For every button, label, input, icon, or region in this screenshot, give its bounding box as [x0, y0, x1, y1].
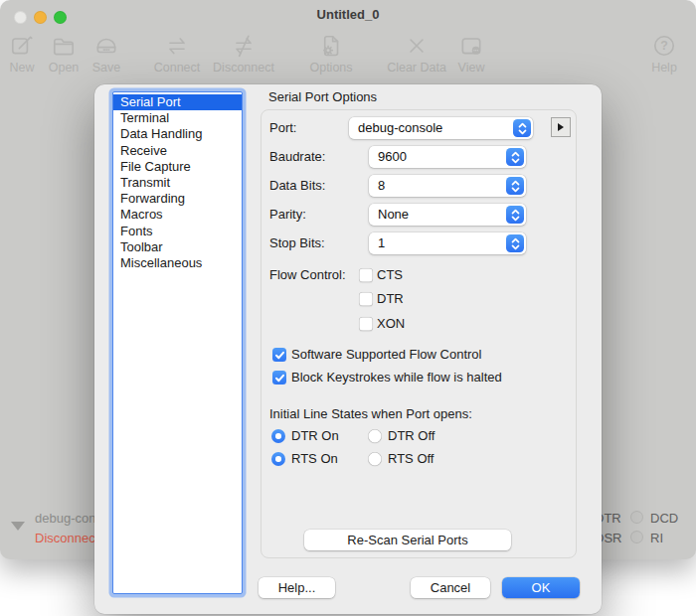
dcd-indicator-dot — [630, 511, 643, 524]
help-button[interactable]: Help... — [259, 577, 335, 598]
cts-checkbox-label: CTS — [377, 267, 403, 282]
rescan-serial-ports-button[interactable]: Re-Scan Serial Ports — [304, 530, 511, 550]
connection-options-dialog: Serial Port Terminal Data Handling Recei… — [94, 84, 602, 614]
stop-bits-label: Stop Bits: — [269, 235, 325, 250]
baudrate-popup[interactable]: 9600 — [369, 146, 526, 168]
data-bits-popup[interactable]: 8 — [369, 175, 526, 197]
svg-text:?: ? — [660, 39, 668, 53]
view-window-icon — [458, 33, 484, 59]
toolbar-button-disconnect[interactable]: Disconnect — [206, 33, 281, 75]
radio-dot — [275, 456, 281, 462]
panel-title: Serial Port Options — [268, 89, 377, 104]
toolbar-button-view[interactable]: View — [434, 33, 509, 75]
disconnect-arrows-icon — [231, 33, 257, 59]
popup-chevrons-icon — [506, 148, 524, 166]
initial-line-states-label: Initial Line States when Port opens: — [269, 406, 472, 421]
parity-popup[interactable]: None — [369, 204, 526, 226]
dtr-checkbox-label: DTR — [377, 291, 404, 306]
ri-indicator-dot — [630, 531, 643, 543]
dtr-checkbox[interactable] — [359, 292, 373, 306]
list-item-transmit[interactable]: Transmit — [113, 175, 242, 191]
save-drive-icon — [93, 33, 119, 59]
cancel-button[interactable]: Cancel — [411, 577, 490, 598]
ok-button[interactable]: OK — [502, 577, 580, 598]
dtr-on-radio-label: DTR On — [291, 428, 339, 443]
indicator-label-ri: RI — [650, 531, 663, 545]
list-item-macros[interactable]: Macros — [113, 207, 242, 223]
toolbar-label: Connect — [154, 61, 201, 75]
xon-checkbox-label: XON — [377, 316, 405, 331]
connect-arrows-icon — [164, 33, 190, 59]
software-flow-label: Software Supported Flow Control — [291, 347, 481, 362]
list-item-file-capture[interactable]: File Capture — [113, 159, 242, 175]
status-disclosure-triangle-icon[interactable] — [11, 522, 25, 531]
popup-chevrons-icon — [506, 206, 524, 224]
cts-checkbox[interactable] — [359, 268, 373, 282]
baudrate-label: Baudrate: — [269, 149, 325, 164]
data-bits-popup-value: 8 — [378, 175, 385, 197]
dtr-off-radio-label: DTR Off — [388, 428, 435, 443]
software-flow-checkbox[interactable] — [272, 348, 286, 362]
flow-control-label: Flow Control: — [269, 267, 346, 282]
list-item-fonts[interactable]: Fonts — [113, 224, 242, 239]
right-arrow-icon — [558, 123, 564, 131]
dtr-on-radio[interactable] — [271, 429, 285, 443]
serial-port-options-group: Port: debug-console Baudrate: 9600 Data … — [261, 109, 577, 558]
list-item-serial-port[interactable]: Serial Port — [113, 94, 242, 110]
toolbar-label: Options — [309, 61, 352, 75]
popup-chevrons-icon — [506, 177, 524, 195]
popup-chevrons-icon — [506, 234, 524, 252]
toolbar-label: Save — [92, 61, 121, 75]
rts-off-radio[interactable] — [368, 452, 382, 466]
list-item-data-handling[interactable]: Data Handling — [113, 126, 242, 142]
toolbar-label: Help — [651, 61, 677, 75]
checkmark-icon — [274, 350, 285, 361]
help-question-icon: ? — [651, 33, 677, 59]
toolbar-button-connect[interactable]: Connect — [139, 33, 215, 75]
list-item-forwarding[interactable]: Forwarding — [113, 191, 242, 207]
toolbar-button-save[interactable]: Save — [69, 33, 144, 75]
window-title: Untitled_0 — [0, 7, 696, 22]
options-gear-document-icon — [318, 33, 344, 59]
toolbar-label: Disconnect — [213, 61, 274, 75]
rts-on-radio-label: RTS On — [291, 451, 338, 466]
rts-on-radio[interactable] — [271, 452, 285, 466]
popup-chevrons-icon — [513, 119, 531, 137]
baudrate-popup-value: 9600 — [378, 146, 407, 168]
port-popup-value: debug-console — [358, 117, 442, 139]
category-list: Serial Port Terminal Data Handling Recei… — [112, 91, 243, 594]
clear-data-x-icon — [404, 33, 430, 59]
list-item-receive[interactable]: Receive — [113, 143, 242, 159]
port-details-button[interactable] — [551, 117, 571, 137]
toolbar-button-options[interactable]: Options — [293, 33, 369, 75]
rts-off-radio-label: RTS Off — [388, 451, 434, 466]
checkmark-icon — [274, 373, 285, 384]
data-bits-label: Data Bits: — [269, 178, 325, 193]
radio-dot — [275, 433, 281, 439]
block-keystrokes-checkbox[interactable] — [272, 371, 286, 385]
list-item-toolbar[interactable]: Toolbar — [113, 239, 242, 255]
titlebar: Untitled_0 — [0, 0, 696, 28]
stop-bits-popup[interactable]: 1 — [369, 232, 526, 254]
port-label: Port: — [269, 120, 296, 135]
toolbar-button-help[interactable]: ? Help — [626, 33, 696, 75]
parity-label: Parity: — [269, 207, 306, 222]
parity-popup-value: None — [378, 204, 409, 226]
toolbar-label: View — [458, 61, 485, 75]
list-item-terminal[interactable]: Terminal — [113, 110, 242, 126]
stop-bits-popup-value: 1 — [378, 232, 385, 254]
dtr-off-radio[interactable] — [368, 429, 382, 443]
port-popup[interactable]: debug-console — [349, 117, 533, 139]
block-keystrokes-label: Block Keystrokes while flow is halted — [291, 370, 502, 385]
indicator-label-dcd: DCD — [650, 511, 678, 526]
screen: Untitled_0 New Open — [0, 0, 696, 616]
list-item-miscellaneous[interactable]: Miscellaneous — [113, 255, 242, 271]
xon-checkbox[interactable] — [359, 317, 373, 331]
